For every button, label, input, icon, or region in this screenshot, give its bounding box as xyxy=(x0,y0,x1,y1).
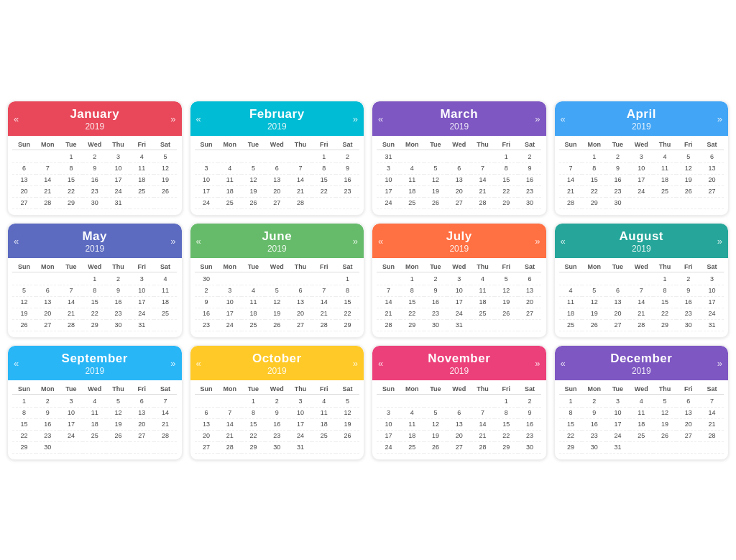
day-cell[interactable]: 25 xyxy=(312,431,336,442)
day-cell[interactable]: 16 xyxy=(83,175,106,186)
nav-next-icon[interactable]: » xyxy=(353,235,358,246)
day-cell[interactable]: 14 xyxy=(559,175,583,186)
day-cell[interactable]: 22 xyxy=(400,308,424,320)
day-cell[interactable]: 2 xyxy=(336,152,359,163)
day-cell[interactable]: 11 xyxy=(471,285,494,297)
day-cell[interactable]: 14 xyxy=(312,297,336,308)
day-cell[interactable]: 6 xyxy=(36,285,60,297)
day-cell[interactable]: 2 xyxy=(676,274,700,285)
day-cell[interactable]: 24 xyxy=(60,431,83,442)
day-cell[interactable]: 17 xyxy=(289,419,313,431)
nav-next-icon[interactable]: » xyxy=(170,235,175,246)
day-cell[interactable]: 7 xyxy=(559,163,583,175)
day-cell[interactable]: 29 xyxy=(336,320,359,331)
day-cell[interactable]: 6 xyxy=(676,396,700,408)
day-cell[interactable]: 11 xyxy=(83,408,106,419)
day-cell[interactable]: 19 xyxy=(582,308,606,320)
day-cell[interactable]: 2 xyxy=(606,152,630,163)
day-cell[interactable]: 17 xyxy=(106,175,130,186)
day-cell[interactable]: 16 xyxy=(518,419,542,431)
day-cell[interactable]: 27 xyxy=(676,431,700,442)
day-cell[interactable]: 6 xyxy=(12,163,36,175)
day-cell[interactable]: 28 xyxy=(289,198,313,209)
day-cell[interactable]: 10 xyxy=(630,163,653,175)
day-cell[interactable]: 27 xyxy=(447,198,471,209)
day-cell[interactable]: 5 xyxy=(676,152,700,163)
day-cell[interactable]: 30 xyxy=(518,198,542,209)
day-cell[interactable]: 7 xyxy=(60,285,83,297)
day-cell[interactable]: 21 xyxy=(559,186,583,198)
day-cell[interactable]: 26 xyxy=(265,320,289,331)
day-cell[interactable]: 17 xyxy=(218,308,242,320)
day-cell[interactable]: 30 xyxy=(582,442,606,454)
day-cell[interactable]: 31 xyxy=(289,442,313,454)
day-cell[interactable]: 5 xyxy=(582,285,606,297)
day-cell[interactable]: 26 xyxy=(676,186,700,198)
day-cell[interactable]: 22 xyxy=(12,431,36,442)
day-cell[interactable]: 16 xyxy=(606,175,630,186)
day-cell[interactable]: 3 xyxy=(130,274,154,285)
day-cell[interactable]: 24 xyxy=(630,186,653,198)
day-cell[interactable]: 8 xyxy=(494,163,518,175)
day-cell[interactable]: 4 xyxy=(559,285,583,297)
day-cell[interactable]: 3 xyxy=(218,285,242,297)
day-cell[interactable]: 21 xyxy=(154,419,178,431)
day-cell[interactable]: 20 xyxy=(447,431,471,442)
day-cell[interactable]: 16 xyxy=(582,419,606,431)
day-cell[interactable]: 13 xyxy=(195,419,218,431)
day-cell[interactable]: 4 xyxy=(400,408,424,419)
day-cell[interactable]: 4 xyxy=(630,396,653,408)
day-cell[interactable]: 13 xyxy=(518,285,542,297)
day-cell[interactable]: 2 xyxy=(83,152,106,163)
day-cell[interactable]: 20 xyxy=(36,308,60,320)
day-cell[interactable]: 30 xyxy=(195,274,218,285)
day-cell[interactable]: 31 xyxy=(130,320,154,331)
nav-next-icon[interactable]: » xyxy=(170,113,175,124)
day-cell[interactable]: 3 xyxy=(377,163,400,175)
day-cell[interactable]: 29 xyxy=(582,198,606,209)
day-cell[interactable]: 8 xyxy=(12,408,36,419)
day-cell[interactable]: 17 xyxy=(606,419,630,431)
day-cell[interactable]: 15 xyxy=(83,297,106,308)
day-cell[interactable]: 19 xyxy=(494,297,518,308)
day-cell[interactable]: 18 xyxy=(400,186,424,198)
day-cell[interactable]: 20 xyxy=(700,175,724,186)
day-cell[interactable]: 19 xyxy=(676,175,700,186)
day-cell[interactable]: 26 xyxy=(106,431,130,442)
day-cell[interactable]: 18 xyxy=(559,308,583,320)
day-cell[interactable]: 13 xyxy=(36,297,60,308)
day-cell[interactable]: 8 xyxy=(312,163,336,175)
day-cell[interactable]: 25 xyxy=(400,442,424,454)
day-cell[interactable]: 22 xyxy=(494,431,518,442)
day-cell[interactable]: 3 xyxy=(700,274,724,285)
day-cell[interactable]: 31 xyxy=(377,152,400,163)
day-cell[interactable]: 9 xyxy=(195,297,218,308)
day-cell[interactable]: 27 xyxy=(12,198,36,209)
day-cell[interactable]: 3 xyxy=(606,396,630,408)
day-cell[interactable]: 17 xyxy=(195,186,218,198)
day-cell[interactable]: 18 xyxy=(242,308,265,320)
day-cell[interactable]: 28 xyxy=(471,442,494,454)
nav-next-icon[interactable]: » xyxy=(535,235,540,246)
day-cell[interactable]: 15 xyxy=(400,297,424,308)
day-cell[interactable]: 9 xyxy=(336,163,359,175)
day-cell[interactable]: 13 xyxy=(130,408,154,419)
day-cell[interactable]: 17 xyxy=(700,297,724,308)
day-cell[interactable]: 12 xyxy=(336,408,359,419)
day-cell[interactable]: 10 xyxy=(606,408,630,419)
nav-next-icon[interactable]: » xyxy=(535,357,540,368)
day-cell[interactable]: 25 xyxy=(83,431,106,442)
day-cell[interactable]: 29 xyxy=(242,442,265,454)
day-cell[interactable]: 31 xyxy=(700,320,724,331)
day-cell[interactable]: 6 xyxy=(265,163,289,175)
day-cell[interactable]: 29 xyxy=(494,442,518,454)
day-cell[interactable]: 1 xyxy=(559,396,583,408)
day-cell[interactable]: 30 xyxy=(424,320,448,331)
day-cell[interactable]: 24 xyxy=(130,308,154,320)
day-cell[interactable]: 28 xyxy=(60,320,83,331)
day-cell[interactable]: 25 xyxy=(218,198,242,209)
day-cell[interactable]: 29 xyxy=(400,320,424,331)
day-cell[interactable]: 22 xyxy=(312,186,336,198)
day-cell[interactable]: 5 xyxy=(12,285,36,297)
day-cell[interactable]: 10 xyxy=(377,419,400,431)
